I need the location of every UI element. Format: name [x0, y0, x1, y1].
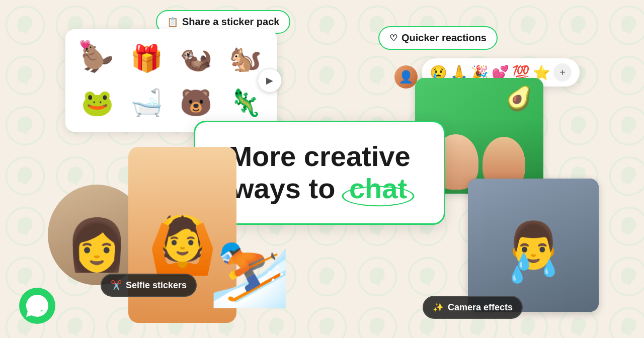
man-surprised-face: 🙆: [148, 213, 217, 278]
man-crying-card: 👨 💧 💧 💧: [468, 179, 599, 312]
sticker-cell-2: 🎁: [124, 38, 169, 78]
selfie-stickers-badge[interactable]: ✂️ Selfie stickers: [101, 274, 197, 297]
tear-2: 💧: [507, 265, 527, 284]
sticker-cell-3: 🦦: [173, 38, 218, 78]
tear-3: 💧: [539, 259, 559, 278]
sticker-cell-7: 🐻: [173, 82, 218, 123]
quicker-reactions-label: Quicker reactions: [401, 32, 487, 44]
man-photo: 👨 💧 💧 💧: [468, 179, 599, 312]
sticker-cell-5: 🐸: [74, 82, 120, 123]
scissors-icon: ✂️: [111, 280, 122, 291]
heart-badge: 💗: [79, 39, 91, 50]
camera-effects-label: Camera effects: [448, 302, 513, 313]
woman-face: 👩: [65, 215, 128, 275]
sticker-pack-card: 🦫 💗 🎁 🦦 🐿️ 🐸 🛁 🐻 🦎 ▶: [65, 29, 277, 132]
headline-chat-word: chat: [349, 173, 407, 205]
sticker-cell-6: 🛁: [124, 82, 169, 123]
whatsapp-logo: [19, 288, 55, 324]
share-sticker-label: Share a sticker pack: [182, 16, 279, 28]
headline-line2: ways to: [232, 173, 335, 204]
kid-skiing: ⛷️: [209, 234, 290, 310]
sticker-cell-1: 🦫 💗: [74, 38, 120, 78]
sticker-grid: 🦫 💗 🎁 🦦 🐿️ 🐸 🛁 🐻 🦎 ▶: [74, 38, 268, 123]
headline-line1: More creative: [228, 140, 410, 172]
play-button[interactable]: ▶: [258, 68, 282, 93]
quicker-reactions-badge[interactable]: ♡ Quicker reactions: [378, 26, 498, 50]
avatar: 👤: [394, 65, 418, 89]
heart-icon: ♡: [389, 33, 397, 44]
share-icon: 📋: [167, 17, 178, 28]
add-reaction-button[interactable]: +: [553, 63, 572, 81]
camera-effects-badge[interactable]: ✨ Camera effects: [423, 296, 523, 319]
avocado-sticker: 🥑: [504, 83, 535, 114]
sparkle-icon: ✨: [433, 302, 444, 313]
headline-text: More creative ways to chat: [215, 140, 424, 205]
selfie-stickers-label: Selfie stickers: [126, 280, 187, 291]
